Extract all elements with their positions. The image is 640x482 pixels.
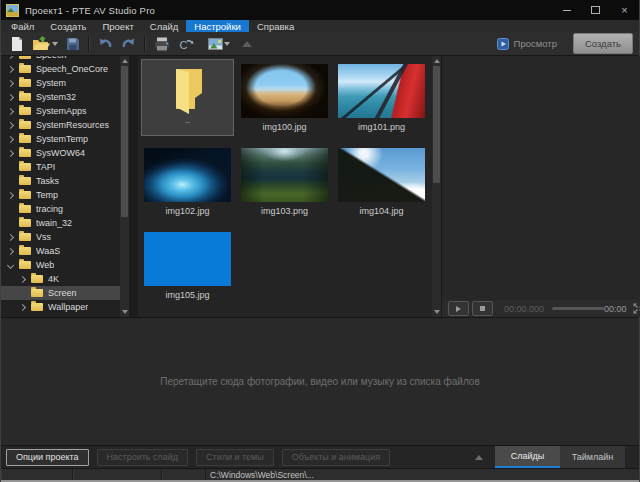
chevron-right-icon bbox=[7, 107, 14, 114]
tree-item-label: System bbox=[36, 78, 66, 88]
tree-item[interactable]: 4K bbox=[1, 272, 129, 286]
minimize-icon bbox=[563, 10, 571, 11]
app-logo-icon bbox=[6, 4, 19, 17]
bottom-button-3[interactable]: Объекты и анимация bbox=[282, 449, 390, 466]
menu-item-0[interactable]: Файл bbox=[3, 20, 42, 32]
tree-item[interactable]: Vss bbox=[1, 230, 129, 244]
stop-icon bbox=[480, 306, 485, 311]
preview-button[interactable]: Просмотр bbox=[497, 38, 557, 50]
tree-item[interactable]: WaaS bbox=[1, 244, 129, 258]
tree-item[interactable]: Speech_OneCore bbox=[1, 62, 129, 76]
scroll-down-icon[interactable] bbox=[434, 310, 440, 314]
open-folder-button[interactable] bbox=[28, 34, 62, 53]
undo-button[interactable] bbox=[94, 34, 117, 53]
view-mode-button[interactable] bbox=[204, 34, 234, 53]
file-thumbnail bbox=[144, 232, 231, 286]
tree-item-label: Screen bbox=[48, 288, 77, 298]
tab-slides[interactable]: Слайды bbox=[495, 446, 560, 468]
scrollbar-thumb[interactable] bbox=[121, 66, 128, 217]
open-folder-icon bbox=[32, 36, 51, 51]
bottom-bar: Опции проектаНастроить слайдСтили и темы… bbox=[1, 445, 639, 468]
folder-tree: SpeechSpeech_OneCoreSystemSystem32System… bbox=[1, 56, 129, 314]
expand-panel-icon[interactable] bbox=[475, 455, 483, 460]
create-button[interactable]: Создать bbox=[573, 33, 633, 54]
file-tile[interactable]: img104.jpg bbox=[333, 141, 430, 225]
panel-splitter[interactable] bbox=[129, 56, 138, 317]
collapse-panel-icon[interactable] bbox=[242, 41, 252, 47]
minimize-button[interactable] bbox=[552, 0, 581, 20]
play-icon bbox=[456, 306, 461, 312]
menu-item-1[interactable]: Создать bbox=[42, 20, 94, 32]
files-scrollbar[interactable] bbox=[432, 56, 441, 317]
menu-item-4[interactable]: Настройки bbox=[186, 20, 249, 32]
fullscreen-icon[interactable] bbox=[633, 303, 640, 314]
file-name: img104.jpg bbox=[359, 206, 403, 216]
tree-item[interactable]: System bbox=[1, 76, 129, 90]
tree-item-label: System32 bbox=[36, 92, 76, 102]
stop-button[interactable] bbox=[472, 301, 493, 316]
tree-item-label: Temp bbox=[36, 190, 58, 200]
folder-icon bbox=[31, 303, 43, 311]
menu-item-3[interactable]: Слайд bbox=[142, 20, 187, 32]
tree-scrollbar[interactable] bbox=[120, 56, 129, 317]
tree-item[interactable]: SystemTemp bbox=[1, 132, 129, 146]
redo-button[interactable] bbox=[117, 34, 140, 53]
maximize-button[interactable] bbox=[581, 0, 610, 20]
tree-item[interactable]: Tasks bbox=[1, 174, 129, 188]
tree-item-label: 4K bbox=[48, 274, 59, 284]
tree-item[interactable]: Temp bbox=[1, 188, 129, 202]
save-icon bbox=[66, 37, 80, 51]
tree-item-label: Vss bbox=[36, 232, 51, 242]
scroll-down-icon[interactable] bbox=[122, 310, 128, 314]
create-label: Создать bbox=[585, 38, 621, 49]
chevron-right-icon bbox=[7, 56, 14, 59]
tree-item[interactable]: SystemApps bbox=[1, 104, 129, 118]
scroll-up-icon[interactable] bbox=[434, 59, 440, 63]
play-preview-icon bbox=[497, 38, 509, 50]
tree-item[interactable]: SystemResources bbox=[1, 118, 129, 132]
tree-item[interactable]: Wallpaper bbox=[1, 300, 129, 314]
file-thumbnail bbox=[144, 148, 231, 202]
slide-drop-zone[interactable]: Перетащите сюда фотографии, видео или му… bbox=[1, 317, 639, 445]
folder-icon bbox=[19, 177, 31, 185]
tree-item[interactable]: twain_32 bbox=[1, 216, 129, 230]
menu-item-2[interactable]: Проект bbox=[94, 20, 141, 32]
status-bar: C:\Windows\Web\Screen\... bbox=[1, 468, 639, 480]
file-thumbnail bbox=[338, 64, 425, 118]
refresh-drive-icon: C bbox=[178, 37, 194, 51]
refresh-drives-button[interactable]: C bbox=[174, 34, 198, 53]
tree-item[interactable]: System32 bbox=[1, 90, 129, 104]
bottom-button-1[interactable]: Настроить слайд bbox=[97, 449, 189, 466]
folder-icon bbox=[19, 247, 31, 255]
file-tile[interactable]: img105.jpg bbox=[139, 225, 236, 309]
file-tile[interactable]: img102.jpg bbox=[139, 141, 236, 225]
tree-item[interactable]: SysWOW64 bbox=[1, 146, 129, 160]
file-tile[interactable]: img100.jpg bbox=[236, 57, 333, 141]
scroll-up-icon[interactable] bbox=[122, 59, 128, 63]
menu-item-5[interactable]: Справка bbox=[249, 20, 302, 32]
app-window: Проект1 - PTE AV Studio Pro × ФайлСоздат… bbox=[0, 0, 640, 482]
tree-item[interactable]: TAPI bbox=[1, 160, 129, 174]
bottom-button-2[interactable]: Стили и темы bbox=[196, 449, 274, 466]
print-button[interactable] bbox=[150, 34, 174, 53]
tree-item-label: Web bbox=[36, 260, 54, 270]
tree-item[interactable]: Web bbox=[1, 258, 129, 272]
play-button[interactable] bbox=[448, 301, 469, 316]
file-name: img102.jpg bbox=[165, 206, 209, 216]
tree-item-label: Tasks bbox=[36, 176, 59, 186]
new-project-button[interactable] bbox=[6, 34, 28, 53]
file-tile[interactable]: img103.png bbox=[236, 141, 333, 225]
tree-item[interactable]: Screen bbox=[1, 286, 129, 300]
close-button[interactable]: × bbox=[610, 0, 639, 20]
seek-slider[interactable] bbox=[552, 307, 604, 310]
preview-label: Просмотр bbox=[514, 38, 557, 49]
scrollbar-thumb[interactable] bbox=[433, 66, 440, 183]
file-tile[interactable]: img101.png bbox=[333, 57, 430, 141]
bottom-button-0[interactable]: Опции проекта bbox=[6, 449, 89, 466]
tree-item-label: Wallpaper bbox=[48, 302, 88, 312]
tab-timeline[interactable]: Таймлайн bbox=[560, 446, 625, 468]
save-button[interactable] bbox=[62, 34, 84, 53]
chevron-down-icon bbox=[224, 42, 230, 46]
tree-item[interactable]: tracing bbox=[1, 202, 129, 216]
parent-folder-tile[interactable]: .. bbox=[141, 59, 234, 136]
